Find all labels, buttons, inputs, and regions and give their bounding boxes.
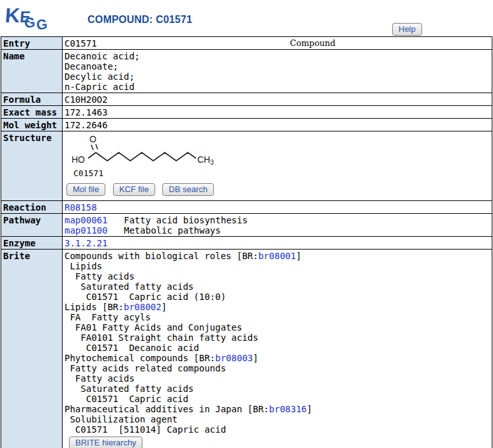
name-synonym: Decylic acid; — [64, 71, 490, 82]
brite-line: C01571 Capric acid — [64, 394, 490, 404]
structure-buttons: Mol file KCF file DB search — [66, 183, 216, 196]
brite-line: FA01 Fatty Acids and Conjugates — [64, 322, 490, 332]
brite-line: Lipids — [64, 261, 490, 271]
entry-type: Compound — [290, 38, 335, 49]
row-label-enzyme: Enzyme — [1, 237, 63, 250]
logo-letter: G — [36, 16, 49, 34]
db-search-button[interactable]: DB search — [162, 183, 214, 196]
mol-file-button[interactable]: Mol file — [66, 183, 105, 196]
brite-line: FA0101 Straight chain fatty acids — [64, 332, 490, 343]
logo-letter: K — [4, 4, 21, 27]
structure-drawing: O HO CH3 — [69, 134, 222, 170]
row-label-formula: Formula — [1, 93, 63, 106]
table-row-brite: Brite Compounds with biological roles [B… — [1, 250, 492, 448]
brite-line: Lipids [BR:br08002] — [64, 302, 490, 312]
mol-weight-value: 172.2646 — [63, 119, 492, 131]
entry-id: C01571 — [64, 38, 97, 49]
kegg-logo[interactable]: K E G G — [5, 4, 56, 34]
table-row-name: Name Decanoic acid; Decanoate; Decylic a… — [1, 50, 492, 93]
row-label-pathway: Pathway — [1, 214, 63, 237]
brite-line: Solubilization agent — [64, 414, 490, 424]
row-label-structure: Structure — [1, 131, 63, 201]
table-row-entry: Entry C01571 Compound — [1, 37, 492, 50]
reaction-link[interactable]: R08158 — [64, 202, 97, 213]
help-button[interactable]: Help — [392, 23, 422, 36]
brite-line: Phytochemical compounds [BR:br08003] — [64, 353, 490, 363]
table-row-pathway: Pathway map00061Fatty acid biosynthesis … — [1, 214, 492, 237]
brite-line: Fatty acids — [64, 373, 490, 384]
pathway-entry: map01100Metabolic pathways — [64, 225, 490, 235]
row-label-name: Name — [1, 50, 63, 93]
brite-br-link[interactable]: br08316 — [269, 404, 307, 414]
table-row-exact-mass: Exact mass 172.1463 — [1, 106, 492, 119]
brite-cell: Compounds with biological roles [BR:br08… — [63, 250, 492, 448]
brite-line: Pharmaceutical additives in Japan [BR:br… — [64, 404, 490, 414]
kcf-file-button[interactable]: KCF file — [113, 183, 155, 196]
pathway-map-link[interactable]: map01100 — [64, 225, 124, 235]
brite-hierarchy-button[interactable]: BRITE hierarchy — [69, 437, 142, 448]
pathway-cell: map00061Fatty acid biosynthesis map01100… — [63, 214, 492, 237]
structure-cell: O HO CH3 C01571 Mol file KCF file DB sea… — [63, 131, 492, 201]
row-label-entry: Entry — [1, 37, 63, 50]
logo-letter: G — [24, 14, 36, 32]
atom-label-o: O — [89, 134, 96, 144]
brite-line: C01571 [511014] Capric acid — [64, 424, 490, 435]
brite-line: FA Fatty acyls — [64, 312, 490, 322]
table-row-reaction: Reaction R08158 — [1, 201, 492, 214]
name-synonym: Decanoic acid; — [64, 51, 490, 61]
brite-br-link[interactable]: br08002 — [124, 302, 162, 312]
pathway-name: Metabolic pathways — [124, 225, 221, 235]
row-label-exact-mass: Exact mass — [1, 106, 63, 119]
table-row-mol-weight: Mol weight 172.2646 — [1, 119, 492, 131]
reaction-cell: R08158 — [63, 201, 492, 214]
brite-line: C01571 Capric acid (10:0) — [64, 292, 490, 302]
atom-label-ho: HO — [72, 154, 85, 165]
structure-compound-id: C01571 — [73, 168, 103, 179]
brite-line: Saturated fatty acids — [64, 281, 490, 292]
brite-br-link[interactable]: br08001 — [258, 251, 296, 261]
brite-line: Fatty acids — [64, 271, 490, 281]
exact-mass-value: 172.1463 — [63, 106, 492, 119]
pathway-entry: map00061Fatty acid biosynthesis — [64, 215, 490, 225]
brite-line: Compounds with biological roles [BR:br08… — [64, 251, 490, 261]
table-row-structure: Structure O HO CH3 C01571 — [1, 131, 492, 201]
name-cell: Decanoic acid; Decanoate; Decylic acid; … — [63, 50, 492, 93]
enzyme-cell: 3.1.2.21 — [63, 237, 492, 250]
pathway-name: Fatty acid biosynthesis — [124, 215, 248, 225]
entry-cell: C01571 Compound — [63, 37, 492, 50]
table-row-formula: Formula C10H20O2 — [1, 93, 492, 106]
compound-table: Entry C01571 Compound Name Decanoic acid… — [1, 36, 492, 448]
brite-line: Fatty acids related compounds — [64, 363, 490, 373]
brite-br-link[interactable]: br08003 — [215, 353, 253, 363]
table-row-enzyme: Enzyme 3.1.2.21 — [1, 237, 492, 250]
row-label-reaction: Reaction — [1, 201, 63, 214]
kegg-compound-page: K E G G COMPOUND: C01571 Help Entry C015… — [0, 0, 493, 448]
name-synonym: n-Capric acid — [64, 82, 490, 92]
brite-line: Saturated fatty acids — [64, 384, 490, 394]
page-header: K E G G COMPOUND: C01571 Help — [0, 0, 493, 36]
pathway-map-link[interactable]: map00061 — [64, 215, 124, 225]
brite-line: C01571 Decanoic acid — [64, 343, 490, 353]
name-synonym: Decanoate; — [64, 61, 490, 71]
page-title: COMPOUND: C01571 — [87, 14, 192, 26]
enzyme-link[interactable]: 3.1.2.21 — [64, 238, 107, 248]
formula-value: C10H20O2 — [63, 93, 492, 106]
atom-label-ch3: CH3 — [197, 154, 214, 166]
row-label-brite: Brite — [1, 250, 63, 448]
row-label-mol-weight: Mol weight — [1, 119, 63, 131]
